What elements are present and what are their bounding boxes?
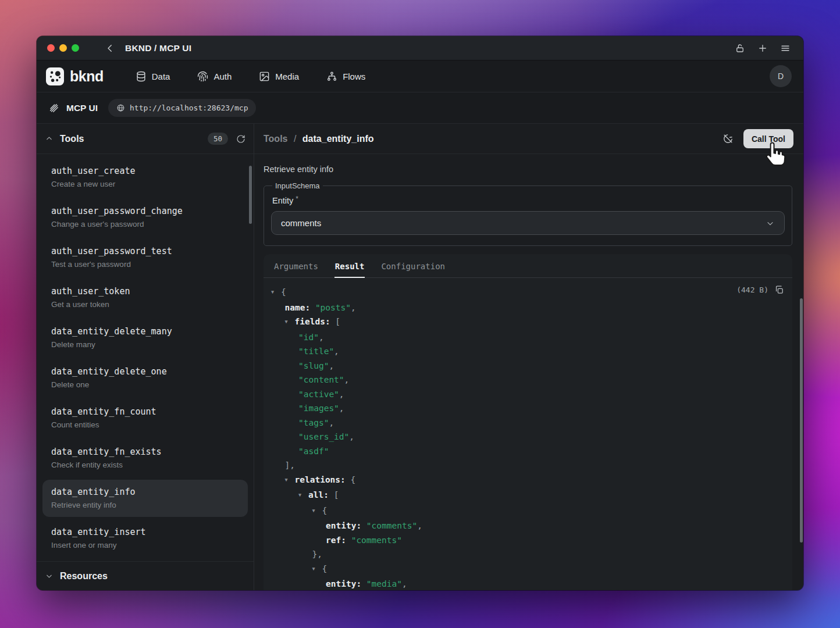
json-line: ▼{ [264, 285, 783, 301]
brand-name: bknd [70, 68, 104, 85]
chevron-down-icon[interactable] [45, 572, 54, 580]
refresh-icon[interactable] [236, 134, 245, 144]
json-line: "images", [264, 401, 783, 416]
result-panel: ArgumentsResultConfiguration (442 B) ▼{n… [264, 254, 792, 590]
resources-section-header[interactable]: Resources [37, 561, 254, 590]
tool-description: Retrieve entity info [264, 165, 792, 174]
window-titlebar: BKND / MCP UI [37, 36, 803, 60]
json-line: "tags", [264, 416, 783, 430]
copy-icon[interactable] [774, 285, 784, 295]
lock-icon[interactable] [735, 43, 745, 53]
collapse-toggle-icon[interactable]: ▼ [312, 561, 322, 576]
globe-icon [116, 104, 125, 112]
sidebar-item-auth_user_token[interactable]: auth_user_token Get a user token [42, 279, 248, 316]
collapse-toggle-icon[interactable]: ▼ [285, 315, 295, 329]
chevron-up-icon[interactable] [45, 134, 54, 143]
server-url-pill[interactable]: http://localhost:28623/mcp [108, 99, 257, 117]
json-line: "users_id", [264, 430, 783, 444]
json-line: ▼all: [ [264, 488, 783, 504]
server-url: http://localhost:28623/mcp [130, 104, 248, 112]
nav-item-media[interactable]: Media [259, 71, 299, 82]
collapse-toggle-icon[interactable]: ▼ [285, 472, 295, 487]
breadcrumb-current: data_entity_info [302, 134, 374, 144]
breadcrumb: Tools / data_entity_info [264, 134, 374, 144]
database-icon [136, 71, 147, 82]
json-line: entity: "media", [264, 577, 783, 590]
result-meta: (442 B) [736, 285, 784, 295]
input-schema-legend: InputSchema [272, 181, 323, 190]
avatar[interactable]: D [770, 65, 792, 87]
sidebar-item-auth_user_create[interactable]: auth_user_create Create a new user [42, 159, 248, 196]
breadcrumb-tools-link[interactable]: Tools [264, 134, 287, 144]
required-mark: * [296, 195, 298, 203]
tab-configuration[interactable]: Configuration [380, 254, 446, 278]
mcp-icon [48, 102, 59, 113]
result-json-area: (442 B) ▼{name: "posts",▼fields: ["id","… [264, 278, 792, 590]
collapse-toggle-icon[interactable]: ▼ [271, 285, 281, 299]
json-line: name: "posts", [264, 301, 783, 315]
header-actions: Call Tool [722, 129, 793, 148]
nav-item-data[interactable]: Data [136, 71, 170, 82]
main-scrollbar[interactable] [800, 298, 803, 543]
fingerprint-icon [197, 71, 208, 82]
sidebar-item-data_entity_delete_many[interactable]: data_entity_delete_many Delete many [42, 319, 248, 356]
sidebar-item-auth_user_password_test[interactable]: auth_user_password_test Test a user's pa… [42, 239, 248, 276]
sidebar-item-data_entity_insert[interactable]: data_entity_insert Insert one or many [42, 520, 248, 557]
result-size-badge: (442 B) [736, 286, 768, 294]
app-navbar: bknd Data Auth Media Flows D [37, 60, 803, 92]
history-off-icon[interactable] [722, 133, 734, 144]
window-title: BKND / MCP UI [125, 43, 191, 53]
sidebar-scrollbar[interactable] [249, 166, 252, 224]
sidebar-item-data_entity_info[interactable]: data_entity_info Retrieve entity info [42, 480, 248, 517]
json-line: }, [264, 547, 783, 562]
json-line: "active", [264, 387, 783, 402]
json-line: ▼{ [264, 504, 783, 519]
bknd-logo-icon [46, 67, 64, 85]
nav-item-flows[interactable]: Flows [326, 71, 365, 82]
entity-select-value: comments [281, 218, 321, 228]
desktop-wallpaper: BKND / MCP UI bknd D [0, 0, 840, 628]
tools-count-badge: 50 [208, 133, 228, 145]
tool-detail-panel: Tools / data_entity_info Call Tool Retri… [254, 124, 803, 590]
app-window: BKND / MCP UI bknd D [37, 36, 803, 590]
minimize-window-button[interactable] [59, 44, 67, 52]
select-chevron-down-icon [766, 219, 775, 228]
json-line: ref: "comments" [264, 533, 783, 548]
media-icon [259, 71, 270, 82]
json-line: "slug", [264, 359, 783, 373]
tools-section-header: Tools 50 [37, 124, 254, 154]
nav-item-auth[interactable]: Auth [197, 71, 232, 82]
titlebar-actions [735, 43, 791, 53]
sidebar-item-data_entity_delete_one[interactable]: data_entity_delete_one Delete one [42, 359, 248, 397]
collapse-toggle-icon[interactable]: ▼ [298, 488, 308, 502]
json-tree: ▼{name: "posts",▼fields: ["id","title","… [264, 285, 783, 590]
tools-sidebar: Tools 50 auth_user_create Create a new u… [37, 124, 254, 590]
mcp-subheader: MCP UI http://localhost:28623/mcp [37, 92, 803, 124]
tab-arguments[interactable]: Arguments [273, 254, 319, 278]
entity-label: Entity* [272, 195, 784, 205]
zoom-window-button[interactable] [72, 44, 79, 52]
flows-icon [326, 71, 337, 82]
bknd-logo[interactable]: bknd [46, 67, 104, 85]
sidebar-item-auth_user_password_change[interactable]: auth_user_password_change Change a user'… [42, 199, 248, 236]
json-line: "content", [264, 373, 783, 387]
json-line: entity: "comments", [264, 519, 783, 533]
resources-section-title: Resources [60, 571, 108, 581]
tab-result[interactable]: Result [334, 254, 365, 278]
close-window-button[interactable] [47, 44, 55, 52]
call-tool-button[interactable]: Call Tool [743, 129, 793, 148]
json-line: "asdf" [264, 444, 783, 459]
menu-icon[interactable] [780, 43, 791, 53]
entity-select[interactable]: comments [271, 211, 785, 235]
json-line: "id", [264, 330, 783, 345]
tool-detail-header: Tools / data_entity_info Call Tool [254, 124, 803, 154]
sidebar-item-data_entity_fn_count[interactable]: data_entity_fn_count Count entities [42, 399, 248, 437]
new-tab-icon[interactable] [757, 43, 768, 53]
nav-items: Data Auth Media Flows [136, 71, 366, 82]
page-title: MCP UI [66, 103, 98, 113]
json-line: ▼{ [264, 562, 783, 577]
back-icon[interactable] [105, 43, 115, 53]
collapse-toggle-icon[interactable]: ▼ [312, 503, 322, 518]
sidebar-item-data_entity_fn_exists[interactable]: data_entity_fn_exists Check if entity ex… [42, 440, 248, 477]
json-line: ], [264, 458, 783, 473]
